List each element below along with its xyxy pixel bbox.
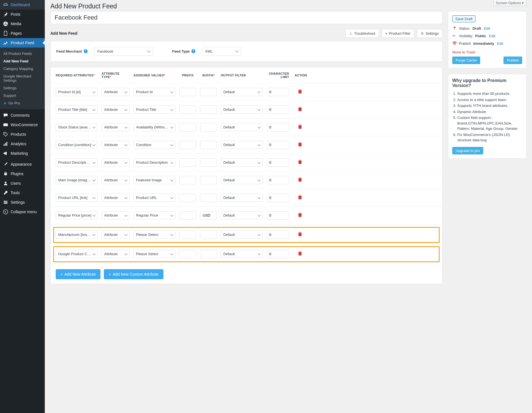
prefix-input[interactable]: [179, 158, 196, 167]
attribute-type-select[interactable]: Attribute: [102, 88, 130, 96]
upgrade-button[interactable]: Upgrade to pro: [452, 147, 483, 154]
output-filter-select[interactable]: Default: [221, 176, 263, 184]
purge-cache-button[interactable]: Purge Cache: [452, 57, 480, 64]
assigned-value-select[interactable]: Availability (Without Underscore): [133, 123, 175, 131]
required-attribute-select[interactable]: Product Id [id]: [56, 88, 98, 96]
troubleshoot-button[interactable]: ⚠Troubleshoot: [345, 29, 379, 38]
limit-input[interactable]: [267, 194, 289, 202]
suffix-input[interactable]: [200, 88, 217, 96]
edit-visibility-link[interactable]: Edit: [489, 34, 495, 38]
required-attribute-select[interactable]: Google Product Category [google_product_…: [56, 250, 98, 258]
output-filter-select[interactable]: Default: [221, 88, 263, 96]
sidebar-item-products[interactable]: Products: [0, 130, 45, 139]
sidebar-item-marketing[interactable]: Marketing: [0, 149, 45, 158]
attribute-type-select[interactable]: Attribute: [102, 194, 130, 202]
limit-input[interactable]: [267, 176, 289, 184]
prefix-input[interactable]: [179, 231, 196, 239]
suffix-input[interactable]: [200, 141, 217, 149]
assigned-value-select[interactable]: Product Title: [133, 105, 175, 114]
suffix-input[interactable]: [200, 123, 217, 132]
sidebar-item-plugins[interactable]: Plugins: [0, 169, 45, 179]
prefix-input[interactable]: [179, 211, 196, 220]
submenu-item[interactable]: ★Go Pro: [0, 99, 45, 107]
product-filter-button[interactable]: ▾Product Filter: [382, 29, 414, 38]
output-filter-select[interactable]: Default: [221, 250, 263, 258]
submenu-item[interactable]: Category Mapping: [0, 65, 45, 72]
suffix-input[interactable]: [200, 158, 217, 167]
limit-input[interactable]: [267, 211, 289, 220]
screen-options-toggle[interactable]: Screen Options ▾: [493, 0, 526, 6]
assigned-value-select[interactable]: Product Description: [133, 158, 175, 166]
limit-input[interactable]: [267, 123, 289, 132]
prefix-input[interactable]: [179, 250, 196, 258]
output-filter-select[interactable]: Default: [221, 231, 263, 239]
edit-status-link[interactable]: Edit: [484, 26, 490, 30]
required-attribute-select[interactable]: Regular Price [price]: [56, 211, 98, 219]
attribute-type-select[interactable]: Attribute: [102, 176, 130, 184]
attribute-type-select[interactable]: Attribute: [102, 141, 130, 149]
sidebar-item-analytics[interactable]: Analytics: [0, 139, 45, 149]
suffix-input[interactable]: [200, 231, 217, 239]
add-custom-attribute-button[interactable]: +Add New Custom Attribute: [104, 269, 163, 279]
prefix-input[interactable]: [179, 176, 196, 184]
output-filter-select[interactable]: Default: [221, 211, 263, 219]
assigned-value-select[interactable]: Please Select: [133, 231, 175, 239]
suffix-input[interactable]: [200, 176, 217, 184]
suffix-input[interactable]: [200, 194, 217, 202]
sidebar-item-posts[interactable]: Posts: [0, 10, 45, 19]
required-attribute-select[interactable]: Main Image [image_link]: [56, 176, 98, 184]
delete-row-button[interactable]: [298, 252, 302, 257]
delete-row-button[interactable]: [298, 125, 302, 130]
prefix-input[interactable]: [179, 123, 196, 132]
sidebar-item-settings[interactable]: Settings: [0, 198, 45, 207]
move-to-trash-link[interactable]: Move to Trash: [452, 50, 475, 54]
sidebar-item-tools[interactable]: Tools: [0, 188, 45, 198]
suffix-input[interactable]: [200, 211, 217, 220]
delete-row-button[interactable]: [298, 160, 302, 165]
limit-input[interactable]: [267, 250, 289, 258]
limit-input[interactable]: [267, 231, 289, 239]
prefix-input[interactable]: [179, 141, 196, 149]
required-attribute-select[interactable]: Product URL [link]: [56, 194, 98, 202]
required-attribute-select[interactable]: Stock Status [availability]: [56, 123, 98, 131]
assigned-value-select[interactable]: Product URL: [133, 194, 175, 202]
output-filter-select[interactable]: Default: [221, 123, 263, 131]
limit-input[interactable]: [267, 105, 289, 114]
sidebar-item-product-feed[interactable]: Product Feed: [0, 38, 45, 48]
required-attribute-select[interactable]: Manufacturer [brand]: [56, 231, 98, 239]
required-attribute-select[interactable]: Product Title [title]: [56, 105, 98, 114]
sidebar-item-users[interactable]: Users: [0, 179, 45, 188]
help-icon[interactable]: ?: [84, 49, 88, 53]
sidebar-item-comments[interactable]: Comments: [0, 111, 45, 120]
submenu-item[interactable]: Google Merchant Settings: [0, 72, 45, 84]
sidebar-item-collapse-menu[interactable]: Collapse menu: [0, 207, 45, 217]
prefix-input[interactable]: [179, 194, 196, 202]
submenu-item[interactable]: Add New Feed: [0, 57, 45, 65]
assigned-value-select[interactable]: Please Select: [133, 250, 175, 258]
sidebar-item-pages[interactable]: Pages: [0, 29, 45, 38]
submenu-item[interactable]: All Product Feeds: [0, 50, 45, 57]
limit-input[interactable]: [267, 88, 289, 96]
limit-input[interactable]: [267, 158, 289, 167]
submenu-item[interactable]: Support: [0, 92, 45, 99]
delete-row-button[interactable]: [298, 107, 302, 112]
output-filter-select[interactable]: Default: [221, 141, 263, 149]
delete-row-button[interactable]: [298, 233, 302, 237]
sidebar-item-dashboard[interactable]: Dashboard: [0, 0, 45, 10]
feed-merchant-select[interactable]: Facebook: [94, 47, 153, 56]
publish-button[interactable]: Publish: [503, 57, 522, 64]
delete-row-button[interactable]: [298, 178, 302, 183]
output-filter-select[interactable]: Default: [221, 158, 263, 166]
delete-row-button[interactable]: [298, 213, 302, 218]
output-filter-select[interactable]: Default: [221, 194, 263, 202]
delete-row-button[interactable]: [298, 196, 302, 200]
required-attribute-select[interactable]: Product Description [description]: [56, 158, 98, 166]
attribute-type-select[interactable]: Attribute: [102, 158, 130, 166]
assigned-value-select[interactable]: Product Id: [133, 88, 175, 96]
submenu-item[interactable]: Settings: [0, 84, 45, 92]
feed-title-input[interactable]: [50, 11, 442, 24]
attribute-type-select[interactable]: Attribute: [102, 123, 130, 131]
prefix-input[interactable]: [179, 88, 196, 96]
attribute-type-select[interactable]: Attribute: [102, 231, 130, 239]
assigned-value-select[interactable]: Featured Image: [133, 176, 175, 184]
